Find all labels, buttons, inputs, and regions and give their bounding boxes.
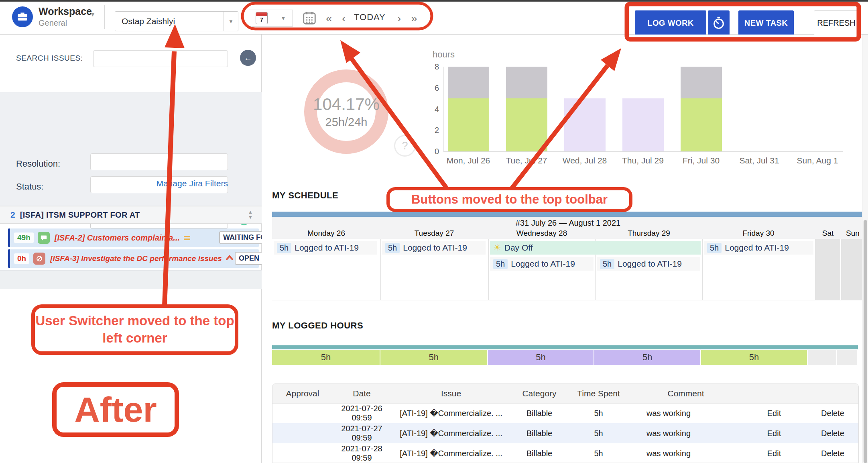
cell-issue: [ATI-19] �Commercialize. ... — [391, 443, 511, 463]
entry-hours: 5h — [707, 243, 722, 253]
entry-text: Day Off — [504, 243, 533, 253]
schedule-entry[interactable]: 5h Logged to ATI-19 — [704, 241, 813, 255]
top-toolbar: Workspace ▼ General Ostap Zaishlyi ▼ 7 ▼… — [0, 2, 868, 35]
prev-day-button[interactable]: ‹ — [342, 12, 346, 25]
new-task-button[interactable]: NEW TASK — [738, 10, 794, 35]
today-button[interactable]: TODAY — [354, 12, 386, 22]
bar-logged — [506, 98, 547, 151]
annotation-after-label: After — [52, 382, 179, 437]
issue-row[interactable]: 0h [ISFA-3] Investigate the DC performan… — [8, 249, 259, 268]
week-label: #31 July 26 — August 1 2021 — [272, 218, 864, 228]
chart-y-tick: 8 — [425, 62, 439, 71]
prev-week-button[interactable]: « — [326, 12, 332, 25]
help-icon[interactable]: ? — [394, 135, 416, 157]
day-header: Tuesday 27 — [402, 229, 466, 238]
schedule-grid[interactable]: 5h Logged to ATI-19 5h Logged to ATI-19 … — [272, 239, 864, 300]
delete-link[interactable]: Delete — [806, 443, 859, 463]
collapse-sidebar-button[interactable]: ← — [240, 50, 256, 66]
resolution-input[interactable] — [90, 153, 228, 170]
search-issues-label: SEARCH ISSUES: — [16, 54, 83, 63]
schedule-entry[interactable]: 5h Logged to ATI-19 — [597, 257, 700, 271]
table-row: 2021-07-2709:59 [ATI-19] �Commercialize.… — [272, 423, 859, 443]
cell-category: Billable — [511, 423, 567, 443]
period-day-count: 7 — [256, 16, 267, 24]
cell-comment: was working — [630, 423, 742, 443]
day-header: Sun — [841, 229, 865, 238]
issue-row[interactable]: 49h [ISFA-2] Customers complain a... WAI… — [8, 228, 259, 247]
edit-link[interactable]: Edit — [742, 423, 806, 443]
logged-hours-top-bar — [272, 345, 858, 349]
worklog-table: Approval Date Issue Category Time Spent … — [272, 383, 859, 463]
workspace-title[interactable]: Workspace — [39, 6, 92, 17]
logged-segment: 5h — [272, 350, 380, 365]
day-header: Monday 26 — [294, 229, 358, 238]
schedule-entry[interactable]: 5h Logged to ATI-19 — [274, 241, 377, 255]
issue-hours: 49h — [14, 233, 34, 243]
entry-hours: 5h — [600, 259, 614, 269]
next-day-button[interactable]: › — [397, 12, 401, 25]
table-header-row: Approval Date Issue Category Time Spent … — [272, 384, 859, 403]
cell-category: Billable — [511, 403, 567, 423]
schedule-top-bar — [272, 212, 864, 217]
priority-medium-icon — [184, 236, 190, 240]
schedule-entry[interactable]: 5h Logged to ATI-19 — [382, 241, 486, 255]
annotation-user-switcher-note: User Switcher moved to the top left corn… — [31, 304, 238, 355]
bar-scheduled — [506, 67, 547, 98]
sort-icon[interactable]: ▲▼ — [248, 210, 253, 220]
chart-y-tick: 6 — [425, 84, 439, 93]
entry-text: Logged to ATI-19 — [295, 243, 359, 253]
issue-link[interactable]: [ISFA-3] Investigate the DC performance … — [50, 254, 222, 263]
schedule-entry[interactable]: 5h Logged to ATI-19 — [490, 257, 594, 271]
col-approval: Approval — [272, 384, 333, 403]
col-comment: Comment — [630, 384, 742, 403]
user-switcher-caret-icon[interactable]: ▼ — [224, 12, 238, 31]
logged-segment: 5h — [488, 350, 594, 365]
issues-group-title: [ISFA] ITSM SUPPORT FOR AT — [20, 210, 140, 220]
bar-logged — [681, 98, 722, 151]
chart-y-axis-label: hours — [433, 49, 455, 60]
edit-link[interactable]: Edit — [742, 403, 806, 423]
logged-segment — [808, 350, 836, 365]
entry-hours: 5h — [493, 259, 508, 269]
delete-link[interactable]: Delete — [806, 403, 859, 423]
log-work-button[interactable]: LOG WORK — [635, 10, 706, 35]
entry-hours: 5h — [277, 243, 291, 253]
workload-ratio: 25h/24h — [325, 116, 368, 129]
next-week-button[interactable]: » — [411, 12, 417, 25]
manage-jira-filters-link[interactable]: Manage Jira Filters — [156, 179, 228, 188]
delete-link[interactable]: Delete — [806, 423, 859, 443]
chart-x-label: Wed, Jul 28 — [556, 156, 614, 165]
issues-count: 2 — [10, 210, 15, 220]
date-picker-icon[interactable] — [302, 10, 317, 27]
priority-high-icon — [225, 255, 234, 263]
workload-percent: 104.17% — [313, 95, 380, 114]
cell-date: 2021-07-2609:59 — [333, 403, 391, 423]
bar-scheduled — [681, 67, 722, 98]
user-switcher-select[interactable]: Ostap Zaishlyi ▼ — [115, 11, 238, 31]
schedule-header: #31 July 26 — August 1 2021 Monday 26 Tu… — [272, 217, 864, 239]
issue-link[interactable]: [ISFA-2] Customers complain a... — [55, 233, 180, 243]
bar-logged — [564, 98, 606, 151]
stopwatch-icon — [712, 16, 726, 30]
cell-comment: was working — [630, 443, 742, 463]
workspace-caret-icon[interactable]: ▼ — [90, 11, 96, 18]
chart-x-label: Tue, Jul 27 — [498, 156, 555, 165]
workspace-briefcase-icon[interactable] — [12, 6, 33, 27]
toolbar-divider — [104, 5, 105, 29]
schedule-entry-dayoff[interactable]: ☀ Day Off — [490, 241, 701, 255]
timer-button[interactable] — [708, 10, 730, 35]
period-selector[interactable]: 7 ▼ — [249, 10, 293, 27]
cell-issue: [ATI-19] �Commercialize. ... — [391, 403, 511, 423]
logged-hours-segments: 5h5h5h5h5h — [272, 350, 858, 365]
vertical-scrollbar[interactable] — [862, 35, 868, 463]
period-calendar-icon: 7 — [256, 12, 268, 24]
edit-link[interactable]: Edit — [742, 443, 806, 463]
scrollbar-thumb[interactable] — [864, 220, 867, 463]
period-caret-icon[interactable]: ▼ — [281, 15, 286, 21]
search-issues-input[interactable] — [93, 50, 228, 67]
chart-y-tick: 2 — [425, 126, 439, 135]
refresh-button[interactable]: REFRESH — [814, 10, 859, 35]
logged-segment: 5h — [594, 350, 700, 365]
issues-group-header[interactable]: 2 [ISFA] ITSM SUPPORT FOR AT ▲▼ — [0, 206, 262, 224]
day-header: Thursday 29 — [617, 229, 681, 238]
